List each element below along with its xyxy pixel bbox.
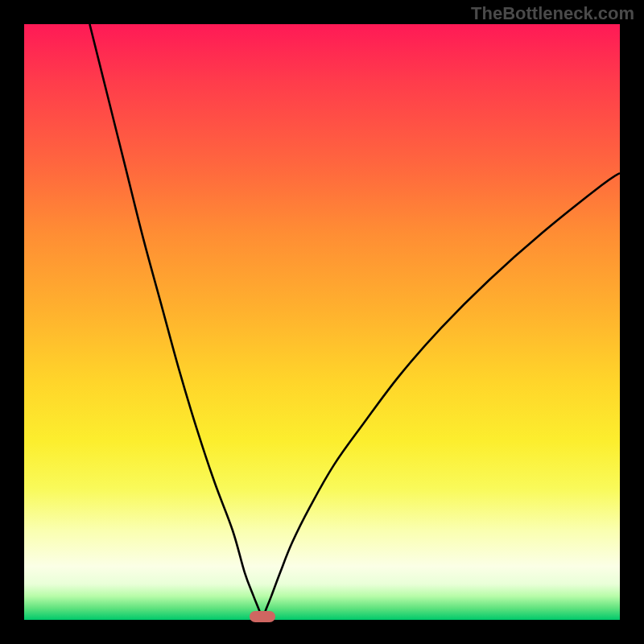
chart-frame: TheBottleneck.com	[0, 0, 644, 644]
watermark-text: TheBottleneck.com	[471, 3, 634, 24]
gradient-plot-area	[24, 24, 620, 620]
